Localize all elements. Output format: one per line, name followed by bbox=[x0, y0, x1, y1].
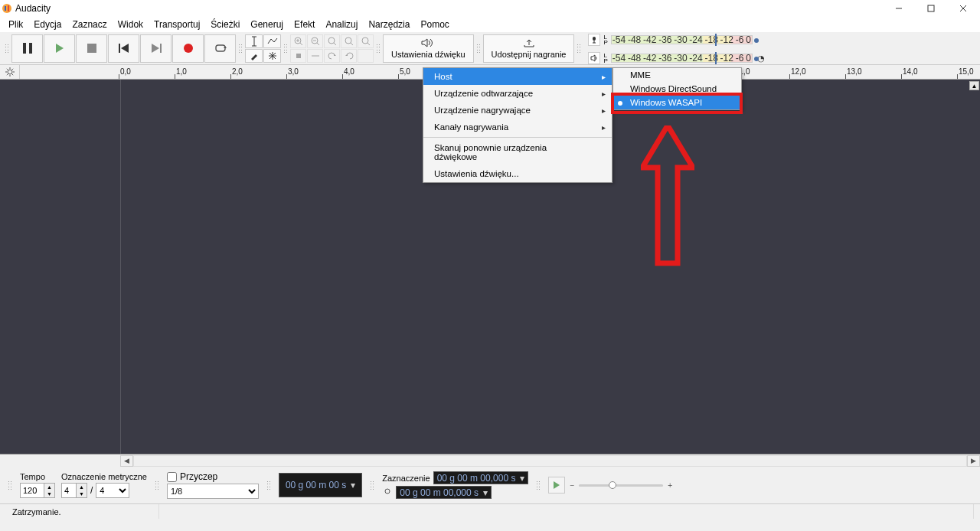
svg-point-50 bbox=[385, 489, 390, 494]
status-text: Zatrzymanie. bbox=[6, 504, 159, 519]
share-audio-button[interactable]: Udostępnij nagranie bbox=[483, 34, 575, 63]
hscroll-left-button[interactable]: ◀ bbox=[120, 455, 133, 467]
toolbar-grip[interactable] bbox=[266, 474, 271, 497]
chevron-down-icon[interactable]: ▾ bbox=[483, 487, 488, 498]
zoom-out-button[interactable] bbox=[307, 34, 323, 48]
undo-button[interactable] bbox=[324, 49, 340, 63]
submenu-item[interactable]: MME bbox=[613, 68, 741, 82]
dropdown-item[interactable]: Kanały nagrywania bbox=[423, 119, 612, 135]
selection-tool[interactable] bbox=[245, 34, 263, 48]
menu-zaznacz[interactable]: Zaznacz bbox=[67, 18, 112, 31]
vscroll-up-button[interactable]: ▲ bbox=[969, 81, 979, 90]
timesig-numerator-stepper[interactable]: ▲▼ bbox=[61, 483, 87, 498]
audio-settings-label: Ustawienia dźwięku bbox=[391, 50, 466, 59]
skip-end-button[interactable] bbox=[140, 34, 172, 63]
zoom-toggle-button[interactable] bbox=[358, 34, 374, 48]
recording-meter[interactable]: -54-48-42-36-30-24-18-12-60 bbox=[611, 35, 753, 44]
toolbar-grip[interactable] bbox=[376, 37, 381, 60]
svg-marker-17 bbox=[224, 46, 227, 48]
toolbar: Ustawienia dźwięku Udostępnij nagranie L… bbox=[0, 32, 980, 64]
main-time-display[interactable]: 00 g 00 m 00 s▾ bbox=[279, 473, 362, 497]
silence-button[interactable] bbox=[307, 49, 323, 63]
stop-button[interactable] bbox=[76, 34, 107, 63]
chevron-down-icon[interactable]: ▾ bbox=[520, 473, 524, 484]
horizontal-scrollbar[interactable]: ◀ ▶ bbox=[0, 454, 980, 467]
selection-start-display[interactable]: 00 g 00 m 00,000 s▾ bbox=[433, 471, 529, 484]
play-button[interactable] bbox=[44, 34, 75, 63]
ruler-tick-label: 1,0 bbox=[176, 67, 187, 76]
snap-checkbox[interactable] bbox=[167, 472, 177, 482]
minimize-button[interactable] bbox=[884, 0, 914, 17]
toolbar-grip[interactable] bbox=[476, 37, 481, 60]
menu-generuj[interactable]: Generuj bbox=[245, 18, 289, 31]
play-meter-toggle[interactable] bbox=[588, 52, 600, 64]
window-title: Audacity bbox=[15, 3, 51, 14]
svg-line-46 bbox=[6, 69, 7, 70]
svg-line-48 bbox=[11, 69, 12, 70]
toolbar-grip[interactable] bbox=[155, 474, 159, 497]
svg-line-29 bbox=[334, 43, 336, 45]
toolbar-grip[interactable] bbox=[5, 37, 9, 60]
svg-line-22 bbox=[300, 43, 302, 45]
dropdown-item[interactable]: Ustawienia dźwięku... bbox=[423, 165, 612, 182]
snap-value-select[interactable]: 1/8 bbox=[167, 484, 259, 499]
envelope-tool[interactable] bbox=[263, 34, 281, 48]
close-button[interactable] bbox=[948, 0, 978, 17]
dropdown-item[interactable]: Urządzenie nagrywające bbox=[423, 102, 612, 119]
speed-slider[interactable] bbox=[579, 484, 663, 487]
share-audio-label: Udostępnij nagranie bbox=[492, 50, 567, 59]
menu-pomoc[interactable]: Pomoc bbox=[415, 18, 454, 31]
toolbar-grip[interactable] bbox=[577, 37, 581, 60]
fit-project-button[interactable] bbox=[341, 34, 357, 48]
play-at-speed-button[interactable] bbox=[548, 477, 565, 494]
svg-marker-9 bbox=[56, 44, 64, 53]
timesig-denominator-select[interactable]: 4 bbox=[96, 483, 129, 498]
playback-meter[interactable]: -54-48-42-36-30-24-18-12-60 bbox=[611, 54, 753, 63]
maximize-button[interactable] bbox=[916, 0, 946, 17]
ruler-tick-label: 5,0 bbox=[400, 67, 410, 76]
menu-plik[interactable]: Plik bbox=[3, 18, 28, 31]
toolbar-grip[interactable] bbox=[283, 37, 288, 60]
dropdown-item[interactable]: Skanuj ponownie urządzenia dźwiękowe bbox=[423, 137, 612, 165]
redo-button[interactable] bbox=[341, 49, 357, 63]
menu-analizuj[interactable]: Analizuj bbox=[320, 18, 363, 31]
menu-edycja[interactable]: Edycja bbox=[28, 18, 67, 31]
audio-settings-dropdown: HostUrządzenie odtwarzająceUrządzenie na… bbox=[423, 67, 612, 183]
svg-marker-52 bbox=[642, 125, 693, 263]
statusbar: Zatrzymanie. bbox=[0, 503, 980, 519]
ruler-tick-label: 12,0 bbox=[791, 67, 805, 76]
dropdown-item[interactable]: Urządzenie odtwarzające bbox=[423, 85, 612, 102]
menu-widok[interactable]: Widok bbox=[113, 18, 149, 31]
svg-rect-34 bbox=[296, 54, 301, 58]
toolbar-grip[interactable] bbox=[8, 474, 12, 497]
tempo-stepper[interactable]: ▲▼ bbox=[20, 483, 55, 498]
multi-tool[interactable] bbox=[263, 49, 281, 63]
toolbar-grip[interactable] bbox=[370, 474, 374, 497]
menu-sciezki[interactable]: Ścieżki bbox=[205, 18, 245, 31]
svg-rect-2 bbox=[8, 5, 9, 11]
timesig-label: Oznaczenie metryczne bbox=[61, 472, 147, 481]
fit-selection-button[interactable] bbox=[324, 34, 340, 48]
chevron-down-icon[interactable]: ▾ bbox=[351, 480, 355, 490]
pause-button[interactable] bbox=[11, 34, 43, 63]
loop-button[interactable] bbox=[204, 34, 236, 63]
hscroll-right-button[interactable]: ▶ bbox=[967, 455, 980, 467]
dropdown-item[interactable]: Host bbox=[423, 68, 612, 85]
selection-end-display[interactable]: 00 g 00 m 00,000 s▾ bbox=[396, 486, 492, 499]
timeline-settings-button[interactable] bbox=[0, 65, 20, 79]
trim-button[interactable] bbox=[290, 49, 306, 63]
selection-settings-button[interactable] bbox=[382, 486, 393, 499]
record-meter-toggle[interactable] bbox=[588, 34, 600, 46]
zoom-in-button[interactable] bbox=[290, 34, 306, 48]
toolbar-grip[interactable] bbox=[536, 474, 541, 497]
menu-transportuj[interactable]: Transportuj bbox=[149, 18, 205, 31]
record-button[interactable] bbox=[172, 34, 204, 63]
toolbar-grip[interactable] bbox=[238, 37, 243, 60]
audio-settings-button[interactable]: Ustawienia dźwięku bbox=[383, 34, 474, 63]
menu-narzedzia[interactable]: Narzędzia bbox=[363, 18, 415, 31]
draw-tool[interactable] bbox=[245, 49, 263, 63]
menubar: Plik Edycja Zaznacz Widok Transportuj Śc… bbox=[0, 17, 980, 32]
skip-start-button[interactable] bbox=[108, 34, 139, 63]
speaker-small-icon bbox=[590, 54, 598, 62]
menu-efekt[interactable]: Efekt bbox=[289, 18, 320, 31]
